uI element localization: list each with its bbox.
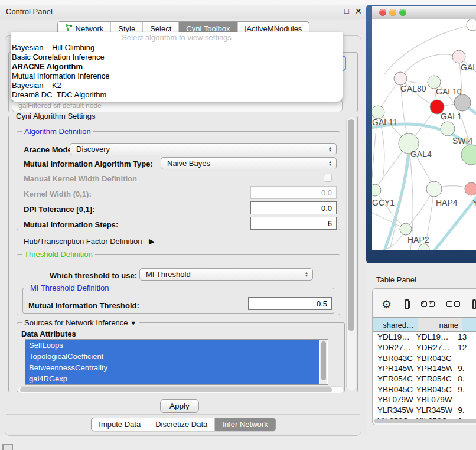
network-canvas[interactable]: GALGAL80GAL10GAL1SWI4GAL11GAL4GCY1HAP4YH… — [372, 19, 476, 250]
mi-steps-field[interactable]: 6 — [250, 217, 337, 230]
algorithm-definition-title: Algorithm Definition — [22, 127, 93, 136]
minimize-traffic-light-icon[interactable] — [389, 9, 396, 16]
close-traffic-light-icon[interactable] — [379, 9, 386, 16]
node-label: SWI4 — [452, 136, 472, 145]
table-row[interactable]: YDL19…YDL19…13 — [373, 332, 476, 343]
algorithm-option-aracne[interactable]: ARACNE Algorithm — [11, 62, 343, 71]
expand-right-icon[interactable]: ▶ — [149, 237, 155, 246]
node-label: GCY1 — [372, 198, 395, 207]
network-node-gal[interactable] — [452, 50, 465, 63]
table-row[interactable]: YDR27…YDR27…12 — [373, 343, 476, 353]
which-threshold-label: Which threshold to use: — [50, 271, 137, 280]
column-header-shared[interactable]: shared… — [373, 317, 418, 332]
zoom-traffic-light-icon[interactable] — [399, 9, 406, 16]
network-icon — [65, 24, 73, 33]
stepper-arrows-icon: ▲▼ — [328, 161, 332, 167]
settings-scrollbar-thumb[interactable] — [348, 119, 354, 331]
network-node-gcy1[interactable] — [372, 184, 381, 196]
tab-impute-data[interactable]: Impute Data — [92, 418, 148, 431]
table-horizontal-scrollbar-thumb[interactable] — [374, 419, 476, 423]
node-label: GAL11 — [372, 118, 397, 127]
algorithm-option[interactable]: Basic Correlation Inference — [11, 53, 343, 62]
sources-hscrollbar-thumb[interactable] — [20, 387, 332, 392]
mi-threshold-definition-title: MI Threshold Definition — [28, 283, 111, 292]
network-graph: GALGAL80GAL10GAL1SWI4GAL11GAL4GCY1HAP4YH… — [372, 19, 476, 250]
mi-threshold-label: Mutual Information Threshold: — [28, 301, 139, 310]
node-label: GAL — [461, 63, 476, 72]
data-attributes-label: Data Attributes — [21, 330, 76, 338]
manual-kernel-width-checkbox[interactable] — [324, 174, 332, 182]
column-header-partial[interactable] — [462, 317, 476, 332]
cyni-bottom-tab-bar: Impute Data Discretize Data Infer Networ… — [0, 418, 367, 431]
attribute-list-scrollbar[interactable] — [320, 340, 327, 384]
algorithm-option[interactable]: Mutual Information Inference — [11, 71, 343, 81]
top-strip — [0, 0, 476, 5]
table-row[interactable]: YLR345WYLR345W9. — [373, 405, 476, 416]
aracne-mode-select[interactable]: Discovery ▲▼ — [70, 143, 337, 155]
algorithm-option[interactable]: Bayesian – Hill Climbing — [11, 43, 343, 53]
gear-icon[interactable]: ⚙ — [382, 299, 392, 310]
deselect-all-icon[interactable] — [446, 301, 460, 307]
network-node[interactable] — [461, 145, 476, 165]
network-node[interactable] — [419, 244, 429, 250]
network-node-gal11[interactable] — [372, 106, 384, 119]
attribute-item[interactable]: TopologicalCoefficient — [25, 351, 319, 362]
stepper-arrows-icon: ▲▼ — [328, 146, 332, 152]
collapse-down-icon[interactable]: ▼ — [130, 319, 136, 327]
control-panel-titlebar — [0, 5, 367, 19]
table-row[interactable]: YBR045CYBR045C9. — [373, 384, 476, 394]
node-label: GAL10 — [436, 87, 462, 96]
table-panel-title: Table Panel — [376, 275, 416, 284]
tab-infer-network[interactable]: Infer Network — [214, 418, 275, 431]
network-node[interactable] — [467, 19, 476, 31]
attribute-list-scrollbar-thumb[interactable] — [321, 341, 326, 380]
algorithm-option[interactable]: Bayesian – K2 — [11, 81, 343, 90]
table-row[interactable]: YER054CYER054C8. — [373, 374, 476, 384]
algorithm-placeholder: Select algorithm to view settings — [11, 32, 343, 43]
attribute-item[interactable]: gal4RGexp — [25, 373, 319, 384]
tab-network-label: Network — [76, 24, 104, 33]
sources-group-title[interactable]: Sources for Network Inference ▼ — [22, 318, 139, 328]
hub-definition-toggle[interactable]: Hub/Transcription Factor Definition ▶ — [24, 237, 155, 246]
minimized-panel-icon[interactable] — [2, 444, 13, 450]
table-row[interactable]: YBL079WYBL079W — [373, 394, 476, 405]
dpi-tolerance-label: DPI Tolerance [0,1]: — [24, 205, 94, 214]
dpi-tolerance-field[interactable]: 0.0 — [250, 201, 337, 214]
threshold-definition-title: Threshold Definition — [22, 250, 95, 259]
table-toolbar: ⚙ — [372, 294, 476, 314]
column-header-name[interactable]: name — [418, 317, 462, 332]
stepper-arrows-icon: ▲▼ — [305, 272, 308, 278]
mi-algorithm-type-select[interactable]: Naive Bayes ▲▼ — [161, 157, 337, 169]
tab-discretize-data[interactable]: Discretize Data — [148, 418, 214, 431]
network-node-hap4[interactable] — [426, 181, 442, 197]
table-rows: YDL19…YDL19…13 YDR27…YDR27…12 YBR043CYBR… — [373, 332, 476, 419]
mi-algorithm-type-label: Mutual Information Algorithm Type: — [24, 159, 153, 168]
table-header-row: shared… name — [373, 317, 476, 332]
float-window-icon[interactable]: □ — [344, 6, 349, 15]
select-all-icon[interactable] — [421, 301, 435, 307]
which-threshold-select[interactable]: MI Threshold ▲▼ — [139, 268, 313, 281]
network-node-swi4[interactable] — [441, 122, 455, 136]
split-columns-icon[interactable] — [405, 299, 409, 309]
attribute-item[interactable]: SelfLoops — [25, 340, 319, 351]
apply-button[interactable]: Apply — [160, 399, 199, 413]
close-window-icon[interactable]: ✕ — [355, 6, 362, 16]
table-row[interactable]: YBR043CYBR043C — [373, 353, 476, 363]
attribute-item[interactable]: BetweennessCentrality — [25, 362, 319, 373]
panel-divider — [6, 414, 360, 415]
page-icon[interactable] — [472, 299, 476, 309]
network-node-hap2[interactable] — [400, 223, 412, 235]
mi-threshold-field[interactable]: 0.5 — [248, 297, 332, 310]
node-label: HAP2 — [407, 235, 429, 244]
node-label: GAL1 — [441, 112, 462, 121]
node-label: HAP4 — [436, 198, 458, 207]
algorithm-option[interactable]: Dream8 DC_TDC Algorithm — [11, 90, 343, 100]
network-node-y[interactable] — [465, 182, 476, 195]
algorithm-dropdown-popup: Select algorithm to view settings Bayesi… — [11, 32, 343, 102]
network-node-gal80[interactable] — [394, 72, 407, 85]
table-row[interactable]: YPR145WYPR145W9. — [373, 363, 476, 374]
network-node[interactable] — [454, 94, 471, 111]
network-window-titlebar[interactable] — [372, 6, 476, 19]
kernel-width-label: Kernel Width (0,1): — [24, 190, 92, 198]
selected-attributes: SelfLoops TopologicalCoefficient Between… — [25, 340, 319, 384]
